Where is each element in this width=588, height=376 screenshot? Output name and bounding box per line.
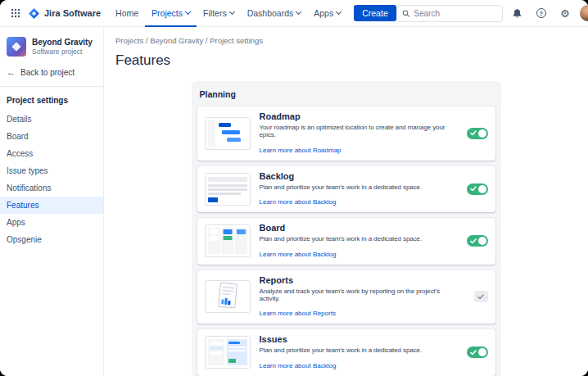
feature-description: Plan and prioritize your team's work in … bbox=[260, 347, 453, 354]
nav-item-label: Filters bbox=[203, 8, 227, 18]
feature-title: Issues bbox=[260, 334, 453, 344]
planning-section-card: Planning Roadmap Your roadmap is an bbox=[192, 81, 501, 376]
app-switcher-icon bbox=[11, 8, 20, 18]
app-title: Jira Software bbox=[44, 8, 101, 18]
chevron-down-icon bbox=[336, 9, 341, 15]
search-input[interactable] bbox=[414, 9, 496, 18]
toggle-knob bbox=[478, 237, 486, 245]
feature-learn-more-link[interactable]: Learn more about Backlog bbox=[260, 198, 337, 206]
nav-item-projects[interactable]: Projects bbox=[145, 0, 197, 27]
feature-learn-more-link[interactable]: Learn more about Reports bbox=[260, 310, 336, 317]
section-header: Planning bbox=[197, 87, 495, 106]
nav-item-label: Projects bbox=[152, 8, 183, 18]
nav-item-home[interactable]: Home bbox=[109, 0, 145, 27]
board-illustration bbox=[205, 224, 251, 257]
sidebar-item-notifications[interactable]: Notifications bbox=[0, 179, 103, 197]
back-to-project-link[interactable]: ← Back to project bbox=[0, 65, 103, 86]
feature-toggle-roadmap[interactable] bbox=[467, 128, 488, 139]
project-header: Beyond Gravity Software project bbox=[0, 34, 103, 65]
issues-illustration bbox=[205, 336, 251, 369]
topnav-right-cluster: ? ⚙ bbox=[396, 4, 588, 22]
feature-title: Reports bbox=[260, 275, 460, 285]
nav-item-label: Home bbox=[115, 8, 138, 18]
help-icon: ? bbox=[536, 8, 546, 18]
nav-item-label: Dashboards bbox=[247, 8, 294, 18]
check-icon bbox=[470, 238, 477, 244]
roadmap-illustration bbox=[205, 117, 251, 150]
sidebar-item-opsgenie[interactable]: Opsgenie bbox=[0, 231, 103, 248]
sidebar-item-features[interactable]: Features bbox=[0, 197, 103, 214]
feature-description: Analyze and track your team's work by re… bbox=[260, 288, 460, 302]
breadcrumb-project-settings[interactable]: Project settings bbox=[210, 36, 263, 45]
sidebar-item-details[interactable]: Details bbox=[0, 111, 103, 128]
project-type: Software project bbox=[32, 48, 93, 56]
feature-learn-more-link[interactable]: Learn more about Backlog bbox=[260, 251, 337, 258]
back-to-project-label: Back to project bbox=[20, 68, 75, 77]
nav-item-filters[interactable]: Filters bbox=[197, 0, 241, 27]
feature-description: Plan and prioritize your team's work in … bbox=[260, 183, 453, 191]
nav-item-apps[interactable]: Apps bbox=[307, 0, 347, 27]
feature-learn-more-link[interactable]: Learn more about Backlog bbox=[260, 362, 337, 369]
feature-title: Board bbox=[260, 223, 453, 233]
breadcrumb-projects[interactable]: Projects bbox=[115, 36, 150, 45]
feature-description: Your roadmap is an optimized location to… bbox=[260, 124, 453, 138]
jira-home-logo[interactable]: Jira Software bbox=[25, 7, 109, 20]
toggle-knob bbox=[478, 348, 486, 356]
sidebar-item-board[interactable]: Board bbox=[0, 128, 103, 145]
search-icon bbox=[402, 9, 410, 18]
gear-icon: ⚙ bbox=[560, 8, 570, 19]
app-switcher-button[interactable] bbox=[7, 4, 25, 22]
sidebar-item-access[interactable]: Access bbox=[0, 145, 103, 162]
main-content: ProjectsBeyond GravityProject settings F… bbox=[104, 27, 588, 376]
bell-icon bbox=[512, 8, 522, 19]
chevron-down-icon bbox=[229, 9, 235, 15]
check-icon bbox=[470, 350, 477, 356]
feature-toggle-reports bbox=[474, 291, 488, 302]
chevron-down-icon bbox=[185, 9, 191, 15]
notifications-button[interactable] bbox=[509, 4, 527, 22]
check-icon bbox=[470, 186, 477, 192]
feature-card-issues: Issues Plan and prioritize your team's w… bbox=[197, 329, 495, 376]
help-button[interactable]: ? bbox=[532, 4, 550, 22]
project-name: Beyond Gravity bbox=[32, 38, 93, 48]
top-navigation-bar: Jira Software Home Projects Filters Dash… bbox=[0, 0, 588, 27]
user-avatar[interactable] bbox=[580, 5, 588, 21]
settings-button[interactable]: ⚙ bbox=[556, 4, 574, 22]
nav-item-label: Apps bbox=[314, 8, 333, 18]
reports-illustration bbox=[205, 280, 251, 313]
feature-toggle-board[interactable] bbox=[467, 235, 488, 247]
nav-item-dashboards[interactable]: Dashboards bbox=[241, 0, 308, 27]
feature-toggle-issues[interactable] bbox=[467, 347, 488, 358]
jira-logo-icon bbox=[28, 7, 40, 20]
toggle-knob bbox=[478, 185, 486, 193]
breadcrumb-project[interactable]: Beyond Gravity bbox=[150, 36, 210, 45]
feature-title: Roadmap bbox=[260, 111, 453, 121]
check-icon bbox=[477, 294, 484, 300]
sidebar-section-title: Project settings bbox=[0, 87, 103, 111]
project-sidebar: Beyond Gravity Software project ← Back t… bbox=[0, 27, 104, 376]
feature-learn-more-link[interactable]: Learn more about Roadmap bbox=[260, 147, 341, 154]
create-button[interactable]: Create bbox=[354, 5, 396, 21]
arrow-left-icon: ← bbox=[7, 68, 16, 77]
feature-card-board: Board Plan and prioritize your team's wo… bbox=[197, 218, 495, 265]
toggle-knob bbox=[478, 129, 486, 138]
feature-card-reports: Reports Analyze and track your team's wo… bbox=[197, 270, 495, 324]
backlog-illustration bbox=[205, 173, 251, 206]
global-search[interactable] bbox=[396, 5, 503, 22]
sidebar-item-apps[interactable]: Apps bbox=[0, 214, 103, 231]
feature-title: Backlog bbox=[260, 171, 453, 181]
project-avatar bbox=[7, 37, 26, 57]
feature-toggle-backlog[interactable] bbox=[467, 183, 488, 195]
feature-description: Plan and prioritize your team's work in … bbox=[260, 235, 453, 242]
jira-window: Jira Software Home Projects Filters Dash… bbox=[0, 0, 588, 376]
check-icon bbox=[470, 130, 477, 136]
page-title: Features bbox=[115, 52, 577, 69]
breadcrumb: ProjectsBeyond GravityProject settings bbox=[115, 36, 577, 45]
feature-card-backlog: Backlog Plan and prioritize your team's … bbox=[197, 166, 495, 213]
sidebar-item-issue-types[interactable]: Issue types bbox=[0, 162, 103, 179]
feature-card-roadmap: Roadmap Your roadmap is an optimized loc… bbox=[197, 106, 495, 161]
chevron-down-icon bbox=[296, 9, 301, 15]
